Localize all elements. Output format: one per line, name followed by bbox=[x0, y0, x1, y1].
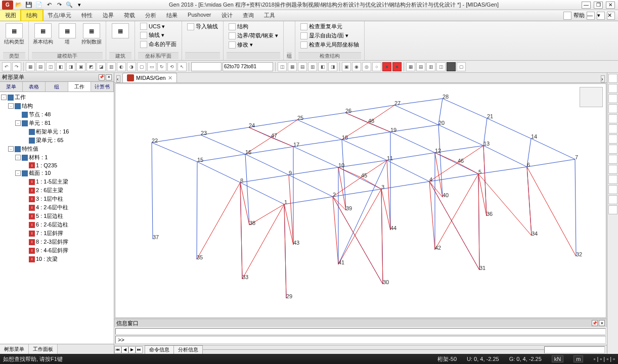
tool-icon[interactable]: ▦ bbox=[288, 62, 297, 71]
close-button[interactable]: ✕ bbox=[606, 2, 615, 9]
panel-tab-工作面板[interactable]: 工作面板 bbox=[29, 344, 58, 354]
tab-nav-left-icon[interactable]: ‹ bbox=[116, 75, 120, 82]
panel-tab-树形菜单[interactable]: 树形菜单 bbox=[0, 344, 29, 354]
tool-icon[interactable]: ◐ bbox=[117, 62, 126, 71]
menu-tab-9[interactable]: 设计 bbox=[216, 10, 238, 21]
tree-node[interactable]: I6 : 2-6层边柱 bbox=[1, 220, 113, 229]
msg-next-icon[interactable]: ▶ bbox=[128, 346, 136, 353]
tool-icon[interactable]: ▤ bbox=[298, 62, 307, 71]
menu-tab-11[interactable]: 工具 bbox=[259, 10, 280, 21]
expand-icon[interactable]: - bbox=[8, 146, 14, 152]
view-cube[interactable] bbox=[580, 87, 603, 107]
tree-node[interactable]: 桁架单元 : 16 bbox=[1, 127, 113, 136]
tool-icon[interactable]: ◧ bbox=[56, 62, 65, 71]
tree-node[interactable]: 梁单元 : 65 bbox=[1, 136, 113, 145]
rtool-icon[interactable] bbox=[608, 175, 617, 184]
menu-tab-5[interactable]: 荷载 bbox=[119, 10, 140, 21]
menu-tab-3[interactable]: 特性 bbox=[76, 10, 98, 21]
tree-node[interactable]: -结构 bbox=[1, 102, 113, 110]
rtool-icon[interactable] bbox=[608, 84, 617, 93]
menu-tab-10[interactable]: 查询 bbox=[238, 10, 259, 21]
tool-icon[interactable]: ◑ bbox=[127, 62, 136, 71]
tree-node[interactable]: -特性值 bbox=[1, 145, 113, 153]
tool-icon[interactable]: ■ bbox=[447, 62, 456, 71]
tree-node[interactable]: I1 : Q235 bbox=[1, 162, 113, 169]
maximize-button[interactable]: ❐ bbox=[594, 2, 603, 9]
redo-icon[interactable]: ↷ bbox=[12, 62, 21, 71]
ribbon-导入轴线[interactable]: 导入轴线 bbox=[185, 22, 220, 31]
tree-node[interactable]: I9 : 4-6层斜撑 bbox=[1, 246, 113, 255]
tool-icon[interactable]: ◫ bbox=[46, 62, 55, 71]
style-icon[interactable] bbox=[563, 12, 571, 20]
tool-icon[interactable]: ▢ bbox=[457, 62, 466, 71]
pin-icon[interactable]: 📌 bbox=[99, 74, 105, 80]
tool-icon[interactable]: ◉ bbox=[352, 62, 361, 71]
stop-icon[interactable]: ■ bbox=[392, 62, 402, 71]
undo-icon[interactable]: ↶ bbox=[2, 62, 11, 71]
tool-icon[interactable]: ▣ bbox=[76, 62, 85, 71]
menu-tab-8[interactable]: Pushover bbox=[183, 10, 216, 21]
tree-tab-组[interactable]: 组 bbox=[46, 82, 68, 92]
help-label[interactable]: 帮助 bbox=[573, 12, 585, 20]
expand-icon[interactable]: - bbox=[15, 120, 21, 126]
rtool-icon[interactable] bbox=[608, 74, 617, 83]
tree-node[interactable]: 节点 : 48 bbox=[1, 110, 113, 119]
tree-tab-表格[interactable]: 表格 bbox=[23, 82, 46, 92]
qat-save-icon[interactable]: 💾 bbox=[24, 1, 33, 10]
rtool-icon[interactable] bbox=[608, 124, 617, 133]
tool-icon[interactable]: ◩ bbox=[86, 62, 96, 71]
rtool-icon[interactable] bbox=[608, 134, 617, 144]
minimize-button[interactable]: — bbox=[582, 2, 591, 9]
ribbon-[interactable]: ▦ bbox=[109, 22, 131, 40]
tool-icon[interactable]: ◨ bbox=[66, 62, 75, 71]
tool-icon[interactable]: ▣ bbox=[342, 62, 351, 71]
tree-node[interactable]: -单元 : 81 bbox=[1, 119, 113, 127]
tool-icon[interactable]: ◨ bbox=[328, 62, 337, 71]
ribbon-显示自由边/面 ▾[interactable]: 显示自由边/面 ▾ bbox=[298, 31, 361, 40]
tool-icon[interactable]: ▦ bbox=[406, 62, 415, 71]
app-icon[interactable]: G bbox=[2, 1, 13, 10]
tool-icon[interactable]: ▤ bbox=[36, 62, 45, 71]
ribbon-检查重复单元[interactable]: 检查重复单元 bbox=[298, 22, 361, 31]
ribbon-塔[interactable]: ▦塔 bbox=[56, 22, 78, 46]
qat-new-icon[interactable]: 📄 bbox=[34, 1, 43, 10]
qat-redo-icon[interactable]: ↷ bbox=[55, 1, 64, 10]
ribbon-控制数据[interactable]: ▦控制数据 bbox=[80, 22, 103, 46]
message-area[interactable] bbox=[115, 328, 606, 335]
qat-dropdown-icon[interactable]: ▾ bbox=[75, 1, 84, 10]
ribbon-UCS ▾[interactable]: UCS ▾ bbox=[138, 22, 179, 30]
status-unit-length[interactable]: m bbox=[573, 355, 583, 362]
tree-tab-菜单[interactable]: 菜单 bbox=[0, 82, 23, 92]
opt-icon[interactable]: ▾ bbox=[597, 12, 605, 20]
ribbon-基本结构[interactable]: ▦基本结构 bbox=[32, 22, 54, 46]
tool-icon[interactable]: ◫ bbox=[278, 62, 287, 71]
msg-prev-icon[interactable]: ◀ bbox=[121, 346, 128, 353]
menu-tab-1[interactable]: 结构 bbox=[21, 10, 42, 21]
msg-first-icon[interactable]: ⏮ bbox=[114, 346, 121, 353]
tree-node[interactable]: -截面 : 10 bbox=[1, 169, 113, 177]
document-tab[interactable]: MIDAS/Gen ✕ bbox=[122, 73, 177, 82]
panel-close-icon[interactable]: ✕ bbox=[106, 74, 112, 80]
expand-icon[interactable]: - bbox=[15, 155, 21, 160]
qat-open-icon[interactable]: 📂 bbox=[14, 1, 23, 10]
ribbon-命名的平面[interactable]: 命名的平面 bbox=[138, 40, 179, 49]
qat-find-icon[interactable]: 🔍 bbox=[65, 1, 74, 10]
tool-icon[interactable]: ▦ bbox=[26, 62, 35, 71]
msg-pin-icon[interactable]: 📌 bbox=[592, 320, 598, 326]
tool-icon[interactable]: ▥ bbox=[107, 62, 116, 71]
tool-icon[interactable]: ◪ bbox=[97, 62, 106, 71]
tool-icon[interactable]: ⟲ bbox=[167, 62, 176, 71]
msg-close-icon[interactable]: ✕ bbox=[599, 320, 605, 326]
tree-tab-计算书[interactable]: 计算书 bbox=[91, 82, 114, 92]
tree-node[interactable]: I5 : 1层边柱 bbox=[1, 212, 113, 220]
expand-icon[interactable]: - bbox=[8, 103, 14, 109]
tab-nav-right-icon[interactable]: › bbox=[601, 75, 605, 82]
tree-node[interactable]: I7 : 1层斜撑 bbox=[1, 229, 113, 238]
menu-tab-0[interactable]: 视图 bbox=[0, 10, 21, 21]
menu-tab-6[interactable]: 分析 bbox=[140, 10, 161, 21]
msg-tab-命令信息[interactable]: 命令信息 bbox=[145, 345, 174, 354]
status-toggles[interactable]: ▫ | ▫ | ▫ | ▫ bbox=[593, 356, 615, 362]
tool-icon[interactable]: ▤ bbox=[416, 62, 425, 71]
tree-node[interactable]: I2 : 6层主梁 bbox=[1, 186, 113, 195]
msg-scroll[interactable] bbox=[544, 346, 605, 353]
